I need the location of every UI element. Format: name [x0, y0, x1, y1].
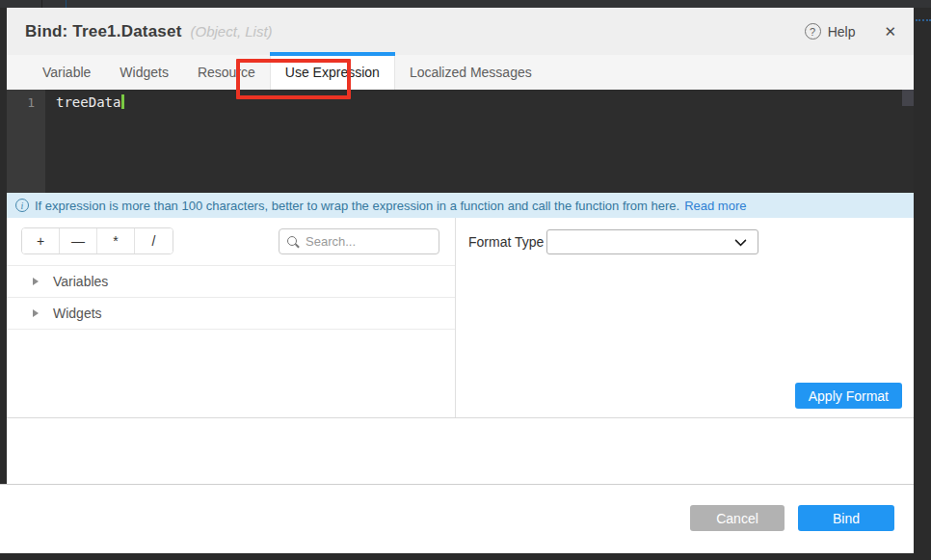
tree-item-widgets[interactable]: Widgets [7, 298, 455, 330]
dialog-subtitle: (Object, List) [191, 23, 273, 40]
background-separator [41, 0, 42, 8]
editor-scrollbar[interactable] [902, 90, 914, 106]
apply-format-button[interactable]: Apply Format [795, 383, 902, 409]
background-separator [66, 0, 66, 8]
search-input[interactable] [306, 234, 475, 249]
format-type-select[interactable] [546, 229, 758, 254]
caret-right-icon [33, 278, 39, 285]
code-text: treeData [56, 94, 120, 110]
text-cursor [121, 94, 124, 109]
line-number: 1 [27, 95, 35, 110]
operator-minus-button[interactable]: — [60, 228, 97, 253]
expression-helper-panel: + — * / Variables [7, 218, 456, 417]
chevron-down-icon [734, 234, 747, 247]
editor-gutter: 1 [7, 90, 45, 193]
search-icon [287, 236, 297, 246]
tree-item-label: Widgets [53, 306, 102, 321]
expression-code-editor[interactable]: 1 treeData [7, 90, 914, 193]
info-bar: i If expression is more than 100 charact… [7, 193, 914, 218]
format-type-row: Format Type [468, 229, 914, 254]
search-box [279, 228, 439, 254]
help-button[interactable]: ? Help [805, 23, 856, 40]
empty-section [7, 418, 914, 484]
info-message: If expression is more than 100 character… [35, 199, 679, 213]
format-type-label: Format Type [468, 234, 546, 250]
read-more-link[interactable]: Read more [684, 199, 746, 213]
editor-code-area[interactable]: treeData [45, 90, 914, 193]
tab-widgets[interactable]: Widgets [105, 55, 183, 90]
bindables-tree: Variables Widgets [7, 265, 455, 330]
operator-toolbar: + — * / [7, 227, 455, 254]
screen: Bind: Tree1.Dataset (Object, List) ? Hel… [0, 0, 931, 560]
operator-plus-button[interactable]: + [22, 228, 60, 253]
operator-button-group: + — * / [21, 227, 173, 254]
dialog-footer: Cancel Bind [0, 484, 914, 553]
tree-item-variables[interactable]: Variables [7, 266, 455, 298]
dialog-title: Bind: Tree1.Dataset [25, 22, 182, 41]
help-icon: ? [805, 23, 821, 40]
cancel-button[interactable]: Cancel [690, 505, 785, 531]
close-icon[interactable]: ✕ [884, 23, 896, 40]
operator-divide-button[interactable]: / [135, 228, 173, 253]
tab-localized-messages[interactable]: Localized Messages [395, 55, 546, 90]
caret-right-icon [33, 309, 39, 317]
bind-dialog: Bind: Tree1.Dataset (Object, List) ? Hel… [7, 8, 914, 553]
background-top-bar [0, 0, 931, 8]
operator-multiply-button[interactable]: * [97, 228, 135, 253]
info-icon: i [15, 199, 29, 212]
tab-variable[interactable]: Variable [28, 55, 105, 90]
dialog-header: Bind: Tree1.Dataset (Object, List) ? Hel… [7, 8, 914, 55]
tree-item-label: Variables [53, 274, 108, 289]
format-panel: Format Type Apply Format [456, 218, 914, 417]
background-selection-dotted-line [916, 19, 931, 21]
tab-bar: Variable Widgets Resource Use Expression… [7, 55, 914, 90]
bind-button[interactable]: Bind [798, 505, 894, 531]
help-label: Help [828, 24, 856, 40]
annotation-highlight-box [236, 59, 351, 99]
main-section: + — * / Variables [7, 218, 914, 418]
